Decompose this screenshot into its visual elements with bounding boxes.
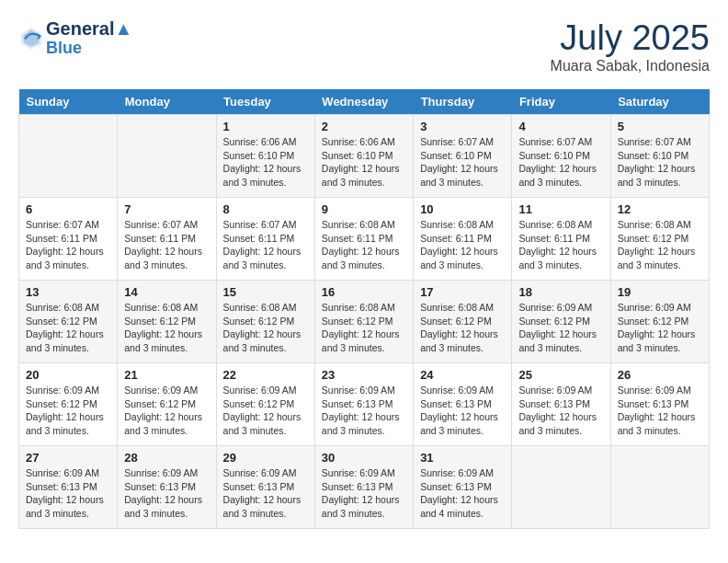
day-info: Sunrise: 6:08 AM Sunset: 6:12 PM Dayligh…	[26, 301, 110, 355]
calendar-cell: 12Sunrise: 6:08 AM Sunset: 6:12 PM Dayli…	[610, 198, 709, 281]
calendar-cell: 10Sunrise: 6:08 AM Sunset: 6:11 PM Dayli…	[414, 198, 512, 281]
calendar-cell: 23Sunrise: 6:09 AM Sunset: 6:13 PM Dayli…	[314, 363, 413, 446]
calendar-cell: 25Sunrise: 6:09 AM Sunset: 6:13 PM Dayli…	[512, 363, 610, 446]
weekday-header-cell: Wednesday	[314, 89, 413, 115]
day-info: Sunrise: 6:09 AM Sunset: 6:13 PM Dayligh…	[223, 466, 308, 521]
day-number: 12	[618, 202, 702, 216]
day-number: 17	[420, 285, 505, 299]
day-info: Sunrise: 6:07 AM Sunset: 6:11 PM Dayligh…	[26, 218, 110, 272]
day-number: 18	[518, 285, 603, 299]
day-number: 11	[518, 202, 603, 216]
day-info: Sunrise: 6:07 AM Sunset: 6:11 PM Dayligh…	[124, 218, 209, 272]
day-info: Sunrise: 6:09 AM Sunset: 6:13 PM Dayligh…	[420, 384, 505, 438]
day-info: Sunrise: 6:06 AM Sunset: 6:10 PM Dayligh…	[223, 135, 308, 190]
logo: General▲ Blue	[18, 18, 132, 58]
day-info: Sunrise: 6:08 AM Sunset: 6:11 PM Dayligh…	[420, 218, 505, 272]
day-info: Sunrise: 6:08 AM Sunset: 6:11 PM Dayligh…	[518, 218, 603, 272]
day-number: 2	[322, 120, 406, 133]
day-number: 3	[420, 120, 505, 133]
weekday-header-cell: Monday	[118, 89, 216, 115]
day-info: Sunrise: 6:09 AM Sunset: 6:12 PM Dayligh…	[26, 384, 110, 438]
calendar-cell: 3Sunrise: 6:07 AM Sunset: 6:10 PM Daylig…	[414, 115, 512, 198]
weekday-header-cell: Friday	[512, 89, 610, 115]
logo-text: General▲ Blue	[46, 18, 132, 58]
calendar-cell: 27Sunrise: 6:09 AM Sunset: 6:13 PM Dayli…	[19, 446, 118, 529]
calendar-cell: 13Sunrise: 6:08 AM Sunset: 6:12 PM Dayli…	[19, 281, 118, 363]
calendar-cell: 31Sunrise: 6:09 AM Sunset: 6:13 PM Dayli…	[414, 446, 512, 529]
day-number: 9	[322, 202, 406, 216]
calendar-cell: 14Sunrise: 6:08 AM Sunset: 6:12 PM Dayli…	[118, 281, 216, 363]
day-number: 28	[124, 451, 209, 465]
day-number: 20	[26, 368, 110, 382]
calendar-cell: 26Sunrise: 6:09 AM Sunset: 6:13 PM Dayli…	[610, 363, 709, 446]
calendar-week-row: 1Sunrise: 6:06 AM Sunset: 6:10 PM Daylig…	[19, 115, 710, 198]
calendar-cell: 9Sunrise: 6:08 AM Sunset: 6:11 PM Daylig…	[314, 198, 413, 281]
day-info: Sunrise: 6:08 AM Sunset: 6:12 PM Dayligh…	[124, 301, 209, 355]
calendar-cell: 16Sunrise: 6:08 AM Sunset: 6:12 PM Dayli…	[314, 281, 413, 363]
calendar-cell: 1Sunrise: 6:06 AM Sunset: 6:10 PM Daylig…	[216, 115, 314, 198]
day-info: Sunrise: 6:08 AM Sunset: 6:12 PM Dayligh…	[223, 301, 308, 355]
day-number: 19	[618, 285, 702, 299]
calendar-cell: 29Sunrise: 6:09 AM Sunset: 6:13 PM Dayli…	[216, 446, 314, 529]
title-block: July 2025 Muara Sabak, Indonesia	[551, 18, 710, 75]
day-info: Sunrise: 6:09 AM Sunset: 6:12 PM Dayligh…	[124, 384, 209, 438]
calendar-cell: 22Sunrise: 6:09 AM Sunset: 6:12 PM Dayli…	[216, 363, 314, 446]
day-info: Sunrise: 6:09 AM Sunset: 6:12 PM Dayligh…	[518, 301, 603, 355]
day-info: Sunrise: 6:09 AM Sunset: 6:12 PM Dayligh…	[618, 301, 702, 355]
calendar-cell: 24Sunrise: 6:09 AM Sunset: 6:13 PM Dayli…	[414, 363, 512, 446]
day-info: Sunrise: 6:09 AM Sunset: 6:13 PM Dayligh…	[420, 466, 505, 521]
day-info: Sunrise: 6:08 AM Sunset: 6:11 PM Dayligh…	[322, 218, 406, 272]
calendar-table: SundayMondayTuesdayWednesdayThursdayFrid…	[18, 89, 710, 529]
day-number: 16	[322, 285, 406, 299]
day-number: 24	[420, 368, 505, 382]
day-info: Sunrise: 6:08 AM Sunset: 6:12 PM Dayligh…	[420, 301, 505, 355]
calendar-cell: 15Sunrise: 6:08 AM Sunset: 6:12 PM Dayli…	[216, 281, 314, 363]
calendar-cell	[512, 446, 610, 529]
day-info: Sunrise: 6:08 AM Sunset: 6:12 PM Dayligh…	[322, 301, 406, 355]
day-number: 1	[223, 120, 308, 133]
page-header: General▲ Blue July 2025 Muara Sabak, Ind…	[18, 18, 710, 75]
day-number: 15	[223, 285, 308, 299]
day-number: 25	[518, 368, 603, 382]
calendar-cell	[610, 446, 709, 529]
day-info: Sunrise: 6:08 AM Sunset: 6:12 PM Dayligh…	[618, 218, 702, 272]
day-number: 23	[322, 368, 406, 382]
logo-icon	[18, 25, 44, 51]
calendar-cell: 5Sunrise: 6:07 AM Sunset: 6:10 PM Daylig…	[610, 115, 709, 198]
calendar-cell: 4Sunrise: 6:07 AM Sunset: 6:10 PM Daylig…	[512, 115, 610, 198]
weekday-header-cell: Tuesday	[216, 89, 314, 115]
day-number: 21	[124, 368, 209, 382]
day-info: Sunrise: 6:09 AM Sunset: 6:13 PM Dayligh…	[322, 384, 406, 438]
weekday-header-row: SundayMondayTuesdayWednesdayThursdayFrid…	[19, 89, 710, 115]
day-number: 7	[124, 202, 209, 216]
location-subtitle: Muara Sabak, Indonesia	[551, 58, 710, 75]
day-number: 6	[26, 202, 110, 216]
day-info: Sunrise: 6:06 AM Sunset: 6:10 PM Dayligh…	[322, 135, 406, 190]
calendar-cell: 2Sunrise: 6:06 AM Sunset: 6:10 PM Daylig…	[314, 115, 413, 198]
calendar-cell: 19Sunrise: 6:09 AM Sunset: 6:12 PM Dayli…	[610, 281, 709, 363]
day-number: 31	[420, 451, 505, 465]
calendar-cell: 11Sunrise: 6:08 AM Sunset: 6:11 PM Dayli…	[512, 198, 610, 281]
day-number: 8	[223, 202, 308, 216]
calendar-cell: 21Sunrise: 6:09 AM Sunset: 6:12 PM Dayli…	[118, 363, 216, 446]
day-number: 14	[124, 285, 209, 299]
day-info: Sunrise: 6:09 AM Sunset: 6:13 PM Dayligh…	[322, 466, 406, 521]
day-number: 22	[223, 368, 308, 382]
calendar-cell: 30Sunrise: 6:09 AM Sunset: 6:13 PM Dayli…	[314, 446, 413, 529]
calendar-cell: 7Sunrise: 6:07 AM Sunset: 6:11 PM Daylig…	[118, 198, 216, 281]
month-year-title: July 2025	[551, 18, 710, 58]
day-info: Sunrise: 6:07 AM Sunset: 6:10 PM Dayligh…	[618, 135, 702, 190]
day-number: 13	[26, 285, 110, 299]
day-info: Sunrise: 6:07 AM Sunset: 6:10 PM Dayligh…	[518, 135, 603, 190]
day-info: Sunrise: 6:09 AM Sunset: 6:13 PM Dayligh…	[26, 466, 110, 521]
day-info: Sunrise: 6:09 AM Sunset: 6:13 PM Dayligh…	[518, 384, 603, 438]
day-number: 4	[518, 120, 603, 133]
day-info: Sunrise: 6:07 AM Sunset: 6:11 PM Dayligh…	[223, 218, 308, 272]
weekday-header-cell: Sunday	[19, 89, 118, 115]
day-number: 29	[223, 451, 308, 465]
calendar-week-row: 20Sunrise: 6:09 AM Sunset: 6:12 PM Dayli…	[19, 363, 710, 446]
day-number: 30	[322, 451, 406, 465]
calendar-cell: 18Sunrise: 6:09 AM Sunset: 6:12 PM Dayli…	[512, 281, 610, 363]
day-number: 26	[618, 368, 702, 382]
calendar-cell: 17Sunrise: 6:08 AM Sunset: 6:12 PM Dayli…	[414, 281, 512, 363]
